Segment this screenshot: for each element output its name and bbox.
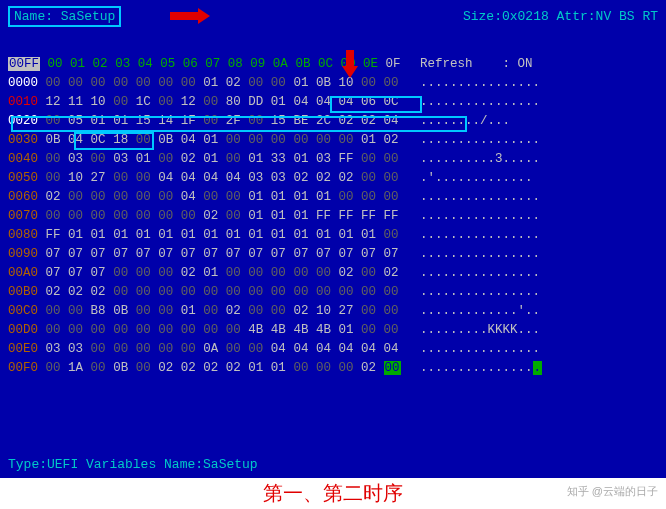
- arrow-down-icon: [342, 50, 358, 78]
- hex-byte: 01: [248, 152, 263, 166]
- hex-byte: 00: [68, 304, 83, 318]
- hex-byte: 00: [158, 285, 173, 299]
- hex-byte: 01: [203, 228, 218, 242]
- terminal-screen: Name: SaSetup Size:0x0218 Attr:NV BS RT …: [0, 0, 666, 478]
- row-offset: 0020: [8, 114, 38, 128]
- hex-byte: FF: [316, 209, 331, 223]
- hex-byte: 01: [248, 209, 263, 223]
- hex-byte: 12: [181, 95, 196, 109]
- hex-byte: 00: [384, 76, 399, 90]
- hex-byte: 07: [203, 247, 218, 261]
- hex-byte: 00: [361, 285, 376, 299]
- hex-byte: 01: [248, 228, 263, 242]
- row-offset: 0040: [8, 152, 38, 166]
- hex-byte: 04: [316, 342, 331, 356]
- hex-byte: 04: [226, 171, 241, 185]
- hex-byte: 02: [203, 209, 218, 223]
- hex-byte: 00: [248, 285, 263, 299]
- hex-byte: 00: [46, 323, 61, 337]
- hex-byte: 00: [203, 285, 218, 299]
- hex-byte: 07: [248, 247, 263, 261]
- hex-byte: 00: [226, 342, 241, 356]
- col-header: 04: [138, 57, 153, 71]
- col-header: 06: [183, 57, 198, 71]
- hex-byte: 02: [181, 152, 196, 166]
- hex-byte: 15: [271, 114, 286, 128]
- arrow-right-icon: [170, 8, 210, 24]
- hex-byte: 00: [384, 152, 399, 166]
- hex-byte: 00: [384, 304, 399, 318]
- watermark: 知乎 @云端的日子: [567, 484, 658, 499]
- ascii-row: ..........3.....: [420, 150, 542, 169]
- hex-byte: 07: [293, 247, 308, 261]
- footer-type: Type:UEFI Variables Name:SaSetup: [8, 457, 258, 472]
- hex-byte: 02: [158, 361, 173, 375]
- hex-byte: 2C: [316, 114, 331, 128]
- hex-byte: 00: [68, 190, 83, 204]
- hex-byte: 00: [158, 266, 173, 280]
- hex-byte: 01: [158, 228, 173, 242]
- col-header: 02: [93, 57, 108, 71]
- hex-byte: 01: [181, 304, 196, 318]
- hex-byte: 07: [136, 247, 151, 261]
- hex-byte: 00: [113, 285, 128, 299]
- hex-byte: 01: [181, 228, 196, 242]
- hex-byte: 00: [158, 190, 173, 204]
- ascii-row: ................: [420, 74, 542, 93]
- hex-byte: 00: [136, 171, 151, 185]
- hex-byte: 00: [316, 133, 331, 147]
- hex-byte: 00: [316, 361, 331, 375]
- hex-byte-cursor[interactable]: 00: [384, 361, 401, 375]
- hex-byte: 02: [226, 76, 241, 90]
- hex-byte: 00: [136, 266, 151, 280]
- hex-byte: 00: [384, 171, 399, 185]
- col-header: 0C: [318, 57, 333, 71]
- hex-byte: 00: [293, 133, 308, 147]
- hex-byte: 02: [293, 171, 308, 185]
- hex-byte: 02: [384, 266, 399, 280]
- hex-byte: 07: [68, 266, 83, 280]
- hex-byte: 00: [271, 304, 286, 318]
- hex-byte: 00: [113, 209, 128, 223]
- caption: 第一、第二时序 知乎 @云端的日子: [0, 478, 666, 509]
- hex-byte: 03: [113, 152, 128, 166]
- hex-byte: 01: [293, 228, 308, 242]
- col-header: 0F: [386, 57, 401, 71]
- hex-byte: 0C: [91, 133, 106, 147]
- hex-byte: 00: [181, 342, 196, 356]
- hex-byte: 00: [316, 266, 331, 280]
- hex-byte: 03: [46, 342, 61, 356]
- row-offset: 0030: [8, 133, 38, 147]
- hex-byte: 00: [136, 323, 151, 337]
- hex-byte: 01: [136, 152, 151, 166]
- hex-byte: 00: [136, 76, 151, 90]
- hex-byte: 00: [136, 209, 151, 223]
- hex-byte: 00: [91, 152, 106, 166]
- variable-name: Name: SaSetup: [8, 6, 121, 27]
- hex-byte: 00: [248, 342, 263, 356]
- hex-byte: 11: [68, 95, 83, 109]
- hex-byte: 01: [293, 209, 308, 223]
- hex-byte: 00: [248, 114, 263, 128]
- hex-byte: 01: [203, 76, 218, 90]
- hex-byte: 05: [68, 114, 83, 128]
- hex-byte: 02: [226, 304, 241, 318]
- col-header: 08: [228, 57, 243, 71]
- hex-byte: 00: [158, 209, 173, 223]
- hex-byte: 01: [91, 228, 106, 242]
- hex-byte: 03: [248, 171, 263, 185]
- hex-byte: 00: [158, 95, 173, 109]
- hex-byte: 02: [338, 171, 353, 185]
- ascii-row: ................: [420, 226, 542, 245]
- hex-byte: 00: [181, 76, 196, 90]
- hex-byte: 00: [158, 323, 173, 337]
- hex-byte: 00: [226, 152, 241, 166]
- hex-byte: 1C: [136, 95, 151, 109]
- hex-byte: B8: [91, 304, 106, 318]
- hex-byte: 01: [293, 152, 308, 166]
- hex-byte: 03: [316, 152, 331, 166]
- hex-byte: 00: [248, 304, 263, 318]
- row-offset: 00B0: [8, 285, 38, 299]
- hex-byte: 04: [203, 171, 218, 185]
- hex-byte: 4B: [316, 323, 331, 337]
